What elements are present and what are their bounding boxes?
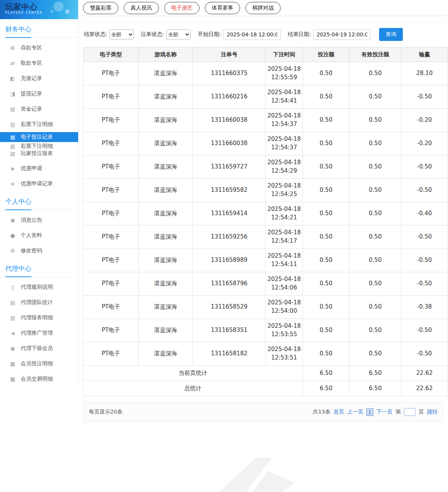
cell-valid-bet: 0.50	[350, 226, 401, 249]
sidebar: 玩家中心 PLAYERS CENTER 财务中心 ⊞ 存款专区 ⇄ 取款专区 ◧…	[0, 0, 78, 385]
cell-order-number: 1311660216	[193, 85, 266, 109]
jump-link[interactable]: 跳转	[427, 409, 438, 415]
page-summary-bet: 6.50	[303, 366, 350, 381]
cell-game-type: PT电子	[83, 226, 139, 249]
table-row: PT电子 湛蓝深海 1311659414 2025-04-1812:54:21 …	[83, 202, 448, 226]
decor-bubble	[54, 2, 64, 11]
cell-bet-time: 2025-04-1812:54:21	[266, 202, 303, 226]
agent-sub-members-icon: ◉	[10, 345, 16, 351]
sidebar-item[interactable]: ▦ 电子投注记录	[0, 132, 78, 142]
funds-record-icon: ▤	[10, 106, 16, 112]
sidebar-item[interactable]: ▦ 会员投注明细	[0, 356, 78, 371]
cell-game-name: 湛蓝深海	[139, 85, 193, 109]
sidebar-item[interactable]: ≡ 优惠申请记录	[0, 176, 78, 191]
withdraw-icon: ⇄	[10, 60, 16, 66]
sidebar-item[interactable]: ◧ 充值记录	[0, 71, 78, 86]
sidebar-section-title: 财务中心	[0, 19, 78, 38]
next-page-link[interactable]: 下一页	[376, 409, 392, 415]
sidebar-nav: 财务中心 ⊞ 存款专区 ⇄ 取款专区 ◧ 充值记录 ◨ 提现记录 ▤ 资金记录 …	[0, 19, 78, 387]
category-tab[interactable]: 真人视讯	[124, 2, 159, 14]
sidebar-item[interactable]: ⚙ 修改密码	[0, 243, 78, 258]
cell-valid-bet: 0.50	[350, 319, 401, 342]
cell-bet-time: 2025-04-1812:54:25	[266, 179, 303, 202]
cell-game-type: PT电子	[83, 296, 139, 319]
message-announcement-icon: ◉	[10, 217, 16, 223]
bets-table: 电子类型游戏名称注单号下注时间投注额有效投注额输赢 PT电子 湛蓝深海 1311…	[83, 47, 448, 396]
table-row: PT电子 湛蓝深海 1311658989 2025-04-1812:54:11 …	[83, 249, 448, 272]
sidebar-item[interactable]: ⊞ 存款专区	[0, 40, 78, 56]
sidebar-item[interactable]: ⇄ 取款专区	[0, 56, 78, 71]
cell-game-name: 湛蓝深海	[139, 272, 193, 296]
cell-game-name: 湛蓝深海	[139, 109, 193, 132]
sidebar-item[interactable]: ▯ 代理规则说明	[0, 280, 78, 295]
column-header: 下注时间	[266, 47, 303, 62]
settle-status-select[interactable]: 全部	[110, 29, 134, 39]
category-tab[interactable]: 体育赛事	[205, 2, 240, 14]
page-jump-input[interactable]	[404, 408, 415, 416]
deposit-icon: ⊞	[10, 45, 16, 51]
first-page-link[interactable]: 首页	[334, 409, 344, 415]
cell-order-number: 1311660038	[193, 132, 266, 155]
cell-winloss: -0.50	[401, 179, 448, 202]
category-tab[interactable]: 雙贏彩票	[83, 2, 118, 14]
table-row: PT电子 湛蓝深海 1311658529 2025-04-1812:54:00 …	[83, 296, 448, 319]
cell-valid-bet: 0.50	[350, 272, 401, 296]
sidebar-item[interactable]: ◨ 提现记录	[0, 86, 78, 101]
settle-status-group: 结算状态: 全部	[84, 29, 134, 39]
table-row: PT电子 湛蓝深海 1311658796 2025-04-1812:54:06 …	[83, 272, 448, 296]
cell-bet-time: 2025-04-1812:53:51	[266, 342, 303, 366]
cell-game-name: 湛蓝深海	[139, 179, 193, 202]
cell-order-number: 1311658989	[193, 249, 266, 272]
cell-bet-time: 2025-04-1812:54:37	[266, 132, 303, 155]
sidebar-item[interactable]: ◉ 代理下级会员	[0, 341, 78, 356]
cell-bet-time: 2025-04-1812:54:06	[266, 272, 303, 296]
sidebar-item[interactable]: ▤ 代理团队统计	[0, 295, 78, 310]
cell-order-number: 1311658529	[193, 296, 266, 319]
cell-game-type: PT电子	[83, 272, 139, 296]
cell-game-name: 湛蓝深海	[139, 319, 193, 342]
cell-bet-time: 2025-04-1812:54:41	[266, 85, 303, 109]
settle-status-label: 结算状态:	[84, 31, 107, 38]
sidebar-item[interactable]: ● 个人资料	[0, 228, 78, 243]
cell-winloss: -0.50	[401, 85, 448, 109]
cell-game-type: PT电子	[83, 132, 139, 155]
cell-order-number: 1311659414	[193, 202, 266, 226]
prev-page-link[interactable]: 上一页	[347, 409, 363, 415]
pagination-bar: 每页显示20条 共13条 首页 上一页 1 下一页 第 页 跳转	[83, 402, 443, 422]
sidebar-item[interactable]: ▥ 彩票下注明细	[0, 117, 78, 132]
cell-winloss: -0.38	[401, 296, 448, 319]
cell-valid-bet: 0.50	[350, 179, 401, 202]
lottery-bet-detail-icon: ▥	[10, 143, 16, 149]
cell-game-type: PT电子	[83, 155, 139, 179]
pager: 共13条 首页 上一页 1 下一页 第 页 跳转	[313, 408, 438, 416]
category-tab[interactable]: 棋牌对战	[245, 2, 281, 14]
cell-bet-amount: 0.50	[303, 272, 350, 296]
sidebar-section: 财务中心 ⊞ 存款专区 ⇄ 取款专区 ◧ 充值记录 ◨ 提现记录 ▤ 资金记录 …	[0, 19, 78, 191]
start-date-input[interactable]	[223, 29, 281, 40]
agent-promotion-icon: ◄	[10, 330, 16, 336]
page-summary-winloss: 22.62	[401, 366, 448, 381]
sidebar-item[interactable]: ◄ 代理推广管理	[0, 325, 78, 341]
sidebar-section-title: 代理中心	[0, 258, 78, 277]
member-transaction-icon: ▩	[10, 376, 16, 382]
end-date-input[interactable]	[313, 29, 371, 40]
table-row: PT电子 湛蓝深海 1311658351 2025-04-1812:53:55 …	[83, 319, 448, 342]
cell-valid-bet: 0.50	[350, 202, 401, 226]
order-status-select[interactable]: 全部	[166, 29, 191, 39]
sidebar-item[interactable]: ▧ 玩家投注报表	[0, 149, 78, 158]
sidebar-item[interactable]: ◈ 优惠申请	[0, 161, 78, 176]
page-summary-row: 当前页统计 6.50 6.50 22.62	[83, 366, 448, 381]
cell-game-type: PT电子	[83, 249, 139, 272]
start-date-label: 开始日期:	[198, 31, 221, 38]
sidebar-item[interactable]: ◉ 消息公告	[0, 212, 78, 228]
cell-winloss: -0.50	[401, 342, 448, 366]
current-page[interactable]: 1	[366, 409, 373, 416]
sidebar-item[interactable]: ▤ 资金记录	[0, 101, 78, 117]
sidebar-section-title: 个人中心	[0, 191, 78, 210]
per-page-label: 每页显示20条	[89, 409, 123, 415]
category-tab[interactable]: 电子游艺	[164, 2, 199, 14]
sidebar-item[interactable]: ▩ 会员交易明细	[0, 371, 78, 387]
cell-valid-bet: 0.50	[350, 249, 401, 272]
sidebar-item[interactable]: ▥ 代理报表明细	[0, 310, 78, 325]
query-button[interactable]: 查询	[379, 28, 403, 41]
